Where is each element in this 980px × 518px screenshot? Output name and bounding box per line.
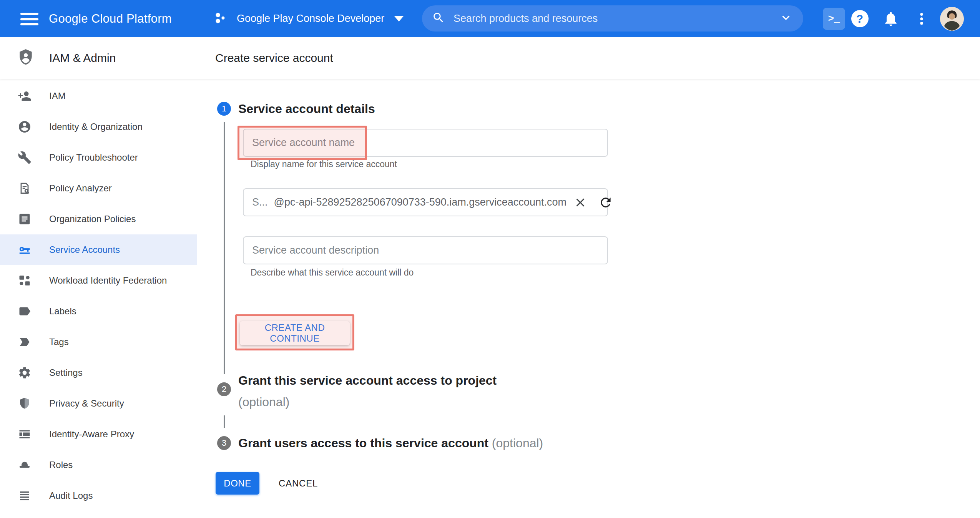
account-menu-button[interactable] bbox=[940, 0, 964, 37]
key-icon bbox=[18, 243, 32, 257]
search-icon bbox=[432, 11, 445, 26]
step-2-title: Grant this service account access to pro… bbox=[238, 370, 497, 413]
cloud-shell-button[interactable]: >_ bbox=[823, 0, 845, 37]
step-2-badge: 2 bbox=[217, 382, 231, 396]
sidebar-item-service-accounts[interactable]: Service Accounts bbox=[0, 234, 197, 265]
service-account-id-field[interactable]: S... @pc-api-5289252825067090733-590.iam… bbox=[243, 188, 608, 216]
product-header: IAM & Admin bbox=[0, 37, 197, 79]
sidebar-item-iam[interactable]: IAM bbox=[0, 81, 197, 111]
notifications-button[interactable] bbox=[882, 0, 900, 37]
project-selector[interactable]: Google Play Console Developer bbox=[211, 0, 404, 37]
step-1-badge: 1 bbox=[217, 102, 231, 116]
help-button[interactable]: ? bbox=[851, 0, 869, 37]
roles-hat-icon bbox=[18, 458, 32, 472]
search-bar[interactable]: Search products and resources bbox=[422, 5, 803, 32]
help-icon: ? bbox=[851, 10, 869, 27]
bell-icon bbox=[882, 10, 899, 27]
project-name: Google Play Console Developer bbox=[237, 13, 384, 25]
document-icon bbox=[18, 212, 32, 226]
person-add-icon bbox=[18, 89, 32, 103]
terminal-icon: >_ bbox=[823, 8, 845, 30]
service-account-id-domain: @pc-api-5289252825067090733-590.iam.gser… bbox=[274, 196, 566, 208]
top-navigation-bar: Google Cloud Platform Google Play Consol… bbox=[0, 0, 980, 37]
proxy-icon bbox=[18, 427, 32, 441]
step-1-title: Service account details bbox=[238, 101, 375, 116]
audit-logs-icon bbox=[18, 489, 32, 503]
menu-icon[interactable] bbox=[20, 13, 38, 25]
step-3-title: Grant users access to this service accou… bbox=[238, 435, 543, 451]
user-avatar bbox=[940, 7, 964, 31]
policy-analyzer-icon bbox=[18, 181, 32, 195]
step-3-optional-label: (optional) bbox=[492, 436, 543, 450]
regenerate-id-button[interactable] bbox=[598, 195, 613, 210]
sidebar-item-identity-aware-proxy[interactable]: Identity-Aware Proxy bbox=[0, 419, 197, 450]
sidebar-item-organization-policies[interactable]: Organization Policies bbox=[0, 204, 197, 234]
sidebar-item-policy-troubleshooter[interactable]: Policy Troubleshooter bbox=[0, 142, 197, 173]
cancel-button[interactable]: CANCEL bbox=[272, 472, 324, 495]
sidebar-navigation: IAM Identity & Organization Policy Troub… bbox=[0, 79, 197, 518]
create-service-account-form: 1 Service account details Display name f… bbox=[197, 79, 980, 518]
sidebar-item-privacy-security[interactable]: Privacy & Security bbox=[0, 388, 197, 419]
stepper-connector-line-2 bbox=[224, 415, 225, 428]
search-placeholder: Search products and resources bbox=[453, 13, 779, 25]
sidebar-item-policy-analyzer[interactable]: Policy Analyzer bbox=[0, 173, 197, 204]
gcp-console: Google Cloud Platform Google Play Consol… bbox=[0, 0, 980, 518]
sidebar-item-workload-identity-federation[interactable]: Workload Identity Federation bbox=[0, 265, 197, 296]
description-helper-text: Describe what this service account will … bbox=[251, 267, 414, 278]
chevron-down-icon bbox=[394, 16, 404, 22]
gear-icon bbox=[18, 366, 32, 380]
service-account-id-value: S... bbox=[252, 196, 268, 208]
sidebar-item-labels[interactable]: Labels bbox=[0, 296, 197, 327]
name-helper-text: Display name for this service account bbox=[251, 159, 397, 169]
refresh-icon bbox=[598, 195, 613, 210]
page-header: IAM & Admin Create service account bbox=[0, 37, 980, 79]
create-and-continue-button[interactable]: CREATE AND CONTINUE bbox=[240, 321, 350, 345]
search-expand-chevron-icon[interactable] bbox=[779, 10, 793, 27]
close-icon bbox=[573, 196, 587, 209]
page-title: Create service account bbox=[215, 51, 333, 65]
project-hexagons-icon bbox=[211, 8, 231, 29]
clear-id-button[interactable] bbox=[573, 195, 588, 210]
sidebar-item-audit-logs[interactable]: Audit Logs bbox=[0, 480, 197, 511]
account-circle-icon bbox=[18, 120, 32, 134]
sidebar-item-tags[interactable]: Tags bbox=[0, 327, 197, 357]
service-account-description-input[interactable] bbox=[243, 236, 608, 264]
sidebar-item-identity-organization[interactable]: Identity & Organization bbox=[0, 111, 197, 142]
step-3-badge: 3 bbox=[217, 436, 231, 450]
step-2-optional-label: (optional) bbox=[238, 395, 289, 409]
shield-icon bbox=[18, 397, 32, 410]
sidebar-item-roles[interactable]: Roles bbox=[0, 450, 197, 480]
done-button[interactable]: DONE bbox=[216, 472, 259, 495]
label-icon bbox=[18, 304, 32, 318]
stepper-connector-line bbox=[224, 122, 225, 374]
page-title-bar: Create service account bbox=[197, 37, 980, 79]
dashboard-icon bbox=[18, 274, 32, 287]
product-name: IAM & Admin bbox=[49, 51, 116, 65]
more-vert-icon bbox=[914, 11, 929, 27]
service-account-name-input[interactable] bbox=[243, 129, 608, 157]
wrench-icon bbox=[18, 151, 32, 164]
iam-admin-shield-icon bbox=[17, 47, 35, 69]
more-options-button[interactable] bbox=[914, 0, 929, 37]
sidebar-item-settings[interactable]: Settings bbox=[0, 357, 197, 388]
tag-icon bbox=[18, 335, 32, 349]
brand-logo[interactable]: Google Cloud Platform bbox=[49, 0, 172, 37]
